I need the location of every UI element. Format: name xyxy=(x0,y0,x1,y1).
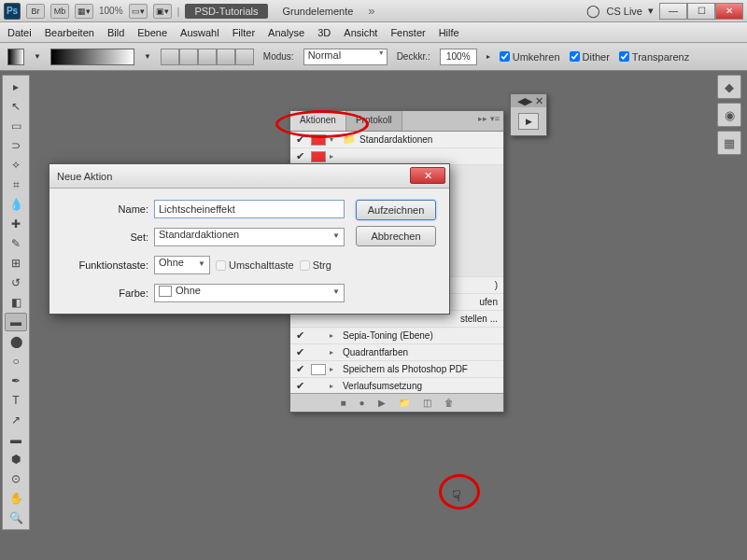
annotation-ellipse-2 xyxy=(439,474,480,510)
deckkr-label: Deckkr.: xyxy=(397,51,430,62)
tab-protokoll[interactable]: Protokoll xyxy=(346,111,402,131)
dodge-tool[interactable]: ○ xyxy=(5,352,27,371)
modus-select[interactable]: Normal xyxy=(303,49,388,65)
titlebar: Ps Br Mb ▦▾ 100% ▭▾ ▣▾ | PSD-Tutorials G… xyxy=(0,0,747,22)
shape-tool[interactable]: ▬ xyxy=(5,430,27,449)
name-label: Name: xyxy=(63,203,148,215)
action-item[interactable]: Verlaufsumsetzung xyxy=(343,381,501,391)
menu-bild[interactable]: Bild xyxy=(107,27,124,38)
overflow-icon[interactable]: » xyxy=(368,4,374,18)
set-label: Set: xyxy=(63,231,148,243)
eyedropper-tool[interactable]: 💧 xyxy=(5,195,27,214)
zoom-level[interactable]: 100% xyxy=(99,6,123,16)
cancel-button[interactable]: Abbrechen xyxy=(356,226,436,246)
minimize-button[interactable]: — xyxy=(659,3,687,20)
brush-tool[interactable]: ✎ xyxy=(5,234,27,253)
menu-datei[interactable]: Datei xyxy=(7,27,32,38)
color-panel-icon[interactable]: ◆ xyxy=(717,75,741,99)
ps-logo-icon: Ps xyxy=(4,3,21,20)
menu-fenster[interactable]: Fenster xyxy=(390,27,425,38)
new-action-dialog: Neue Aktion ✕ Name: Set: Standardaktione… xyxy=(49,163,450,315)
chk-umkehren[interactable]: Umkehren xyxy=(500,51,560,63)
menu-ansicht[interactable]: Ansicht xyxy=(344,27,377,38)
menu-bearbeiten[interactable]: Bearbeiten xyxy=(45,27,94,38)
folder-new-icon[interactable]: 📁 xyxy=(399,398,410,408)
record-button[interactable]: Aufzeichnen xyxy=(356,200,436,220)
deckkr-input[interactable]: 100% xyxy=(440,49,477,65)
marquee-tool[interactable]: ▭ xyxy=(5,117,27,135)
wand-tool[interactable]: ✧ xyxy=(5,156,27,175)
floating-panel[interactable]: ◀▶ ✕ ▶ xyxy=(510,93,547,136)
stamp-tool[interactable]: ⊞ xyxy=(5,254,27,273)
modus-label: Modus: xyxy=(263,51,294,62)
heal-tool[interactable]: ✚ xyxy=(5,215,27,233)
play-button-icon[interactable]: ▶ xyxy=(518,113,539,130)
ctrl-checkbox: Strg xyxy=(300,259,331,271)
chk-dither[interactable]: Dither xyxy=(570,51,610,63)
action-item[interactable]: Sepia-Toning (Ebene) xyxy=(343,330,501,341)
cursor-icon: ☟ xyxy=(452,487,461,505)
stop-icon[interactable]: ■ xyxy=(340,398,345,408)
shift-checkbox: Umschalttaste xyxy=(216,259,294,271)
set-select[interactable]: Standardaktionen xyxy=(154,228,345,246)
layers-panel-icon[interactable]: ▦ xyxy=(717,131,741,155)
new-action-icon[interactable]: ◫ xyxy=(423,398,431,408)
chk-transparenz[interactable]: Transparenz xyxy=(619,51,689,63)
menubar: Datei Bearbeiten Bild Ebene Auswahl Filt… xyxy=(0,22,747,43)
panel-menu-icon[interactable]: ▸▸ ▾≡ xyxy=(478,114,500,123)
tab-aktionen[interactable]: Aktionen xyxy=(290,111,346,131)
bridge-icon[interactable]: Br xyxy=(26,4,45,19)
close-button[interactable]: ✕ xyxy=(715,3,743,20)
panel-collapse-icon[interactable]: ◀▶ ✕ xyxy=(517,95,543,107)
3d-tool[interactable]: ⬢ xyxy=(5,450,27,469)
gradient-types[interactable] xyxy=(161,49,254,65)
action-item[interactable]: Quadrantfarben xyxy=(343,347,501,357)
action-item[interactable]: Speichern als Photoshop PDF xyxy=(343,364,501,374)
menu-auswahl[interactable]: Auswahl xyxy=(180,27,219,38)
color-select[interactable]: Ohne xyxy=(154,284,345,302)
gradient-preview[interactable] xyxy=(50,49,134,65)
menu-ebene[interactable]: Ebene xyxy=(137,27,167,38)
dialog-close-button[interactable]: ✕ xyxy=(410,167,445,184)
move-tool[interactable]: ↖ xyxy=(5,97,27,116)
menu-filter[interactable]: Filter xyxy=(233,27,255,38)
fkey-select[interactable]: Ohne xyxy=(154,256,210,274)
cslive-link[interactable]: CS Live xyxy=(606,6,642,17)
options-bar: ▼ ▼ Modus: Normal Deckkr.: 100% ▸ Umkehr… xyxy=(0,43,747,71)
arrange-icon[interactable]: ▭▾ xyxy=(129,4,148,19)
tool-preset-icon[interactable] xyxy=(7,49,24,65)
lasso-tool[interactable]: ⊃ xyxy=(5,136,27,155)
color-label: Farbe: xyxy=(63,287,148,299)
right-panels: ◆ ◉ ▦ xyxy=(717,75,745,155)
doc-tab-1[interactable]: PSD-Tutorials xyxy=(185,4,267,19)
zoom-tool[interactable]: 🔍 xyxy=(5,509,27,527)
gradient-tool[interactable]: ▬ xyxy=(5,313,27,331)
swatches-panel-icon[interactable]: ◉ xyxy=(717,103,741,127)
play-icon[interactable]: ▶ xyxy=(378,398,386,408)
screenmode-icon[interactable]: ▣▾ xyxy=(153,4,172,19)
eraser-tool[interactable]: ◧ xyxy=(5,293,27,312)
maximize-button[interactable]: ☐ xyxy=(687,3,715,20)
type-tool[interactable]: T xyxy=(5,391,27,410)
menu-hilfe[interactable]: Hilfe xyxy=(439,27,459,38)
dialog-title: Neue Aktion xyxy=(57,171,112,182)
expand-icon[interactable]: ▸ xyxy=(5,77,27,96)
tools-panel: ▸ ↖ ▭ ⊃ ✧ ⌗ 💧 ✚ ✎ ⊞ ↺ ◧ ▬ ⬤ ○ ✒ T ↗ ▬ ⬢ … xyxy=(2,75,30,530)
history-brush-tool[interactable]: ↺ xyxy=(5,273,27,292)
menu-analyse[interactable]: Analyse xyxy=(268,27,304,38)
crop-tool[interactable]: ⌗ xyxy=(5,175,27,194)
viewmode-icon[interactable]: ▦▾ xyxy=(75,4,93,19)
path-tool[interactable]: ↗ xyxy=(5,411,27,429)
menu-3d[interactable]: 3D xyxy=(317,27,331,38)
name-input[interactable] xyxy=(154,200,345,218)
blur-tool[interactable]: ⬤ xyxy=(5,332,27,351)
minibridge-icon[interactable]: Mb xyxy=(50,4,69,19)
doc-tab-2[interactable]: Grundelemente xyxy=(274,4,363,19)
hand-tool[interactable]: ✋ xyxy=(5,489,27,508)
trash-icon[interactable]: 🗑 xyxy=(444,398,454,408)
record-icon[interactable]: ● xyxy=(359,398,365,408)
camera-tool[interactable]: ⊙ xyxy=(5,469,27,488)
fkey-label: Funktionstaste: xyxy=(63,259,148,271)
action-folder[interactable]: Standardaktionen xyxy=(359,134,501,145)
pen-tool[interactable]: ✒ xyxy=(5,371,27,390)
